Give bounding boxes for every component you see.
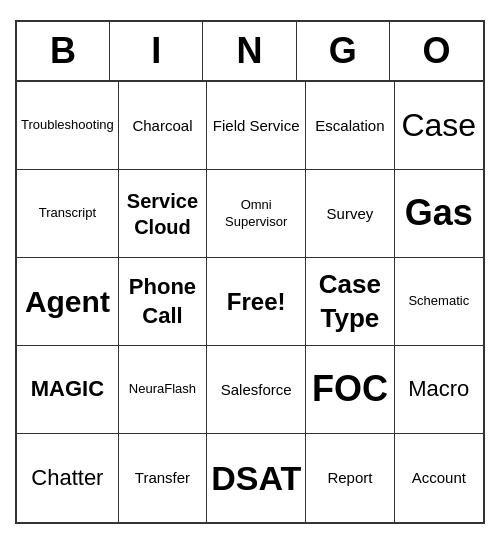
cell-text: Case	[401, 105, 476, 147]
cell-text: Free!	[227, 286, 286, 317]
cell-text: NeuraFlash	[129, 381, 196, 398]
header-letter: O	[390, 22, 483, 80]
cell-text: Transcript	[39, 205, 96, 222]
cell-text: DSAT	[211, 456, 301, 500]
bingo-grid: TroubleshootingCharcoalField ServiceEsca…	[17, 82, 483, 522]
cell-text: Field Service	[213, 116, 300, 136]
cell-text: Agent	[25, 282, 110, 321]
header-letter: G	[297, 22, 390, 80]
bingo-cell: Transfer	[119, 434, 207, 522]
bingo-cell: Case	[395, 82, 483, 170]
cell-text: Troubleshooting	[21, 117, 114, 134]
bingo-cell: Charcoal	[119, 82, 207, 170]
bingo-cell: Report	[306, 434, 394, 522]
cell-text: Gas	[405, 190, 473, 237]
bingo-card: BINGO TroubleshootingCharcoalField Servi…	[15, 20, 485, 524]
bingo-cell: Macro	[395, 346, 483, 434]
bingo-header: BINGO	[17, 22, 483, 82]
cell-text: Omni Supervisor	[211, 197, 301, 231]
cell-text: Salesforce	[221, 380, 292, 400]
bingo-cell: Case Type	[306, 258, 394, 346]
bingo-cell: Troubleshooting	[17, 82, 119, 170]
bingo-cell: Chatter	[17, 434, 119, 522]
cell-text: Report	[327, 468, 372, 488]
cell-text: Survey	[327, 204, 374, 224]
bingo-cell: Schematic	[395, 258, 483, 346]
cell-text: Transfer	[135, 468, 190, 488]
bingo-cell: Transcript	[17, 170, 119, 258]
header-letter: B	[17, 22, 110, 80]
bingo-cell: Omni Supervisor	[207, 170, 306, 258]
cell-text: Escalation	[315, 116, 384, 136]
cell-text: Charcoal	[132, 116, 192, 136]
bingo-cell: Free!	[207, 258, 306, 346]
cell-text: Account	[412, 468, 466, 488]
bingo-cell: Field Service	[207, 82, 306, 170]
bingo-cell: MAGIC	[17, 346, 119, 434]
cell-text: Service Cloud	[123, 188, 202, 240]
header-letter: N	[203, 22, 296, 80]
bingo-cell: Account	[395, 434, 483, 522]
bingo-cell: DSAT	[207, 434, 306, 522]
bingo-cell: Phone Call	[119, 258, 207, 346]
cell-text: Case Type	[310, 268, 389, 336]
bingo-cell: Agent	[17, 258, 119, 346]
cell-text: MAGIC	[31, 375, 104, 404]
bingo-cell: NeuraFlash	[119, 346, 207, 434]
header-letter: I	[110, 22, 203, 80]
cell-text: Schematic	[408, 293, 469, 310]
cell-text: Phone Call	[123, 273, 202, 330]
bingo-cell: Salesforce	[207, 346, 306, 434]
bingo-cell: Survey	[306, 170, 394, 258]
cell-text: FOC	[312, 366, 388, 413]
bingo-cell: Escalation	[306, 82, 394, 170]
cell-text: Chatter	[31, 464, 103, 493]
bingo-cell: FOC	[306, 346, 394, 434]
cell-text: Macro	[408, 375, 469, 404]
bingo-cell: Gas	[395, 170, 483, 258]
bingo-cell: Service Cloud	[119, 170, 207, 258]
